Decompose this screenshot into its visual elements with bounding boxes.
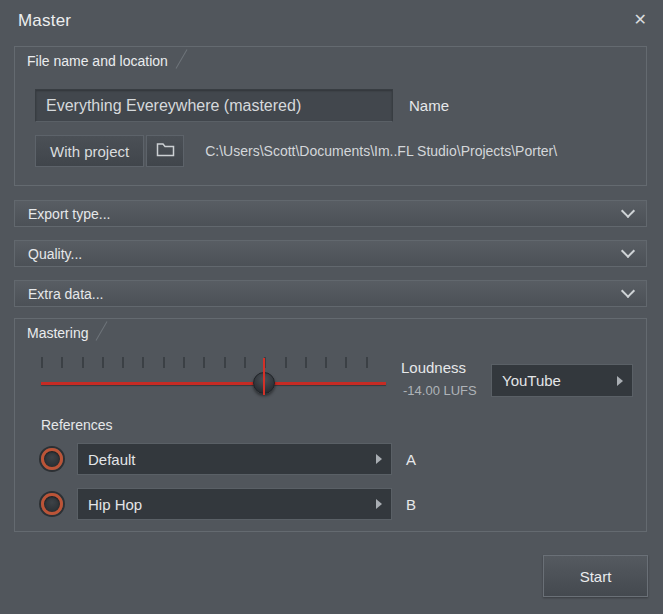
reference-a-letter: A [406, 451, 416, 468]
section-bar-export-type[interactable]: Export type... [14, 200, 647, 227]
loudness-slider-handle[interactable] [253, 372, 275, 394]
slider-ticks [41, 357, 386, 368]
loudness-readout: Loudness -14.00 LUFS [401, 359, 477, 398]
chevron-down-icon [621, 204, 635, 218]
reference-b-value: Hip Hop [78, 496, 152, 513]
chevron-down-icon [621, 284, 635, 298]
start-button[interactable]: Start [543, 555, 648, 597]
file-path: C:\Users\Scott\Documents\Im..FL Studio\P… [205, 143, 557, 159]
slider-handle-line [263, 358, 265, 395]
file-name-row: Name [35, 89, 449, 122]
file-name-input[interactable] [35, 89, 393, 122]
titlebar: Master ✕ [0, 0, 663, 46]
loudness-preset-dropdown[interactable]: YouTube [491, 364, 633, 397]
section-label: Quality... [28, 246, 82, 262]
reference-row-b: Hip Hop B [41, 488, 416, 520]
section-bar-extra-data[interactable]: Extra data... [14, 280, 647, 307]
reference-a-value: Default [78, 451, 146, 468]
file-section-header: File name and location [23, 50, 182, 72]
mastering-title: Mastering [23, 322, 92, 344]
section-label: Export type... [28, 206, 110, 222]
dropdown-arrow-icon [376, 454, 382, 464]
with-project-button[interactable]: With project [35, 135, 144, 167]
reference-b-dropdown[interactable]: Hip Hop [77, 488, 392, 520]
slider-track[interactable] [41, 382, 386, 385]
loudness-label: Loudness [401, 359, 477, 376]
file-location-row: With project C:\Users\Scott\Documents\Im… [35, 135, 557, 167]
reference-a-led[interactable] [41, 448, 63, 470]
folder-browse-button[interactable] [146, 135, 184, 167]
section-label: Extra data... [28, 286, 103, 302]
dropdown-arrow-icon [376, 499, 382, 509]
preset-value: YouTube [492, 372, 571, 389]
window-title: Master [18, 11, 71, 31]
export-dialog: Master ✕ File name and location Name Wit… [0, 0, 663, 614]
name-label: Name [409, 97, 449, 114]
file-section: File name and location Name With project… [14, 46, 647, 186]
tab-slash-decoration [96, 321, 108, 341]
folder-icon [156, 142, 175, 160]
reference-a-dropdown[interactable]: Default [77, 443, 392, 475]
reference-row-a: Default A [41, 443, 416, 475]
loudness-slider[interactable] [41, 357, 386, 407]
chevron-down-icon [621, 244, 635, 258]
loudness-value: -14.00 LUFS [403, 383, 477, 398]
mastering-header: Mastering [23, 322, 102, 344]
mastering-section: Mastering Loudness -14.00 LUFS YouTube R… [14, 318, 647, 532]
dropdown-arrow-icon [617, 376, 623, 386]
reference-b-led[interactable] [41, 493, 63, 515]
tab-slash-decoration [175, 49, 187, 69]
references-label: References [41, 417, 113, 433]
reference-b-letter: B [406, 496, 416, 513]
file-section-title: File name and location [23, 50, 172, 72]
close-icon[interactable]: ✕ [634, 12, 647, 28]
section-bar-quality[interactable]: Quality... [14, 240, 647, 267]
